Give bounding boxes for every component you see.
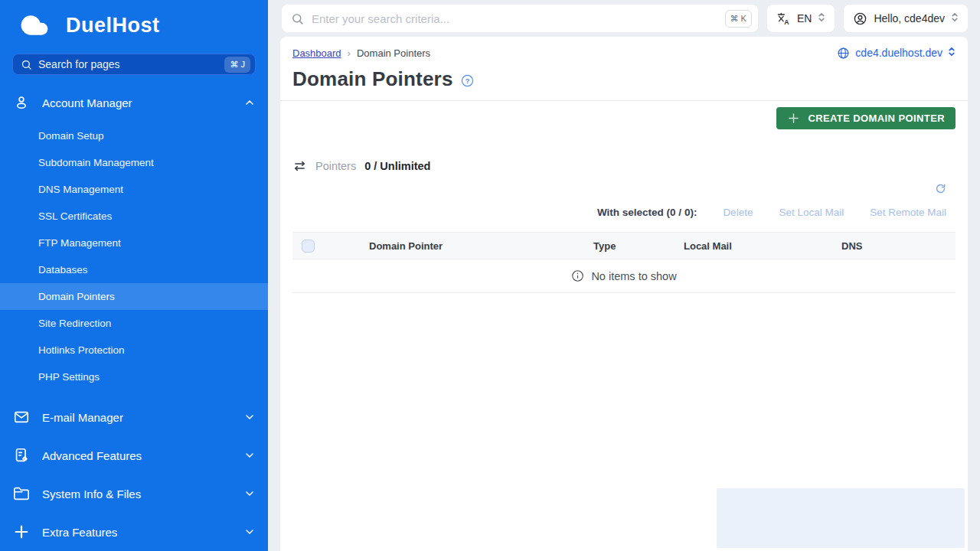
plus-icon	[12, 523, 31, 541]
sidebar-section-extra-features[interactable]: Extra Features	[0, 513, 268, 551]
chevron-up-icon	[243, 96, 256, 109]
sidebar-item-site-redirection[interactable]: Site Redirection	[0, 310, 268, 337]
search-icon	[21, 59, 32, 70]
main-area: ⌘ K A EN Hello, cde4dev Dashboard › Doma…	[268, 0, 980, 551]
global-search-shortcut: ⌘ K	[725, 10, 752, 28]
user-greeting: Hello, cde4dev	[874, 12, 945, 24]
usage-row: Pointers 0 / Unlimited	[292, 160, 956, 172]
sidebar-nav: Account Manager Domain Setup Subdomain M…	[0, 89, 268, 551]
usage-value: 0 / Unlimited	[364, 160, 430, 172]
sidebar-item-dns-management[interactable]: DNS Management	[0, 176, 268, 203]
sidebar-item-php-settings[interactable]: PHP Settings	[0, 364, 268, 390]
svg-text:?: ?	[465, 77, 469, 85]
language-selector[interactable]: A EN	[767, 5, 835, 32]
breadcrumb-dashboard-link[interactable]: Dashboard	[292, 47, 341, 59]
usage-label: Pointers	[315, 160, 356, 172]
col-type: Type	[593, 240, 684, 252]
breadcrumb-current: Domain Pointers	[357, 47, 430, 59]
chevron-down-icon	[243, 487, 256, 500]
sidebar-item-domain-pointers[interactable]: Domain Pointers	[0, 283, 268, 310]
sidebar-item-ssl-certificates[interactable]: SSL Certificates	[0, 203, 268, 230]
info-icon	[571, 269, 584, 282]
col-local-mail: Local Mail	[684, 240, 841, 252]
domain-selector[interactable]: cde4.duelhost.dev	[837, 46, 956, 60]
user-circle-icon	[853, 11, 867, 26]
sidebar-section-advanced-features[interactable]: Advanced Features	[0, 436, 268, 474]
mail-icon	[12, 408, 31, 426]
svg-text:A: A	[784, 18, 789, 25]
title-divider	[280, 100, 968, 101]
document-gear-icon	[12, 446, 31, 465]
cloud-logo-icon	[12, 11, 57, 40]
sidebar-section-email-manager[interactable]: E-mail Manager	[0, 398, 268, 436]
breadcrumb: Dashboard › Domain Pointers	[292, 47, 430, 59]
pointers-table: Domain Pointer Type Local Mail DNS No it…	[292, 232, 956, 293]
plus-icon	[787, 112, 800, 125]
sidebar-section-account-manager[interactable]: Account Manager	[0, 89, 268, 116]
empty-state-message: No items to show	[591, 270, 676, 282]
help-icon[interactable]: ?	[461, 74, 474, 87]
caret-updown-icon	[948, 46, 956, 60]
folder-icon	[12, 484, 31, 503]
delete-action[interactable]: Delete	[723, 207, 753, 218]
title-row: Domain Pointers ?	[292, 67, 956, 91]
empty-state-row: No items to show	[292, 259, 956, 293]
translate-icon: A	[776, 11, 791, 26]
breadcrumb-row: Dashboard › Domain Pointers cde4.duelhos…	[292, 46, 956, 60]
sidebar-search[interactable]: ⌘ J	[12, 54, 256, 75]
sidebar-section-label: Account Manager	[42, 96, 232, 109]
user-menu[interactable]: Hello, cde4dev	[844, 5, 968, 32]
sidebar-item-hotlinks-protection[interactable]: Hotlinks Protection	[0, 337, 268, 364]
sidebar-search-input[interactable]	[38, 58, 218, 70]
set-remote-mail-action[interactable]: Set Remote Mail	[870, 207, 946, 218]
sidebar-section-label: Extra Features	[42, 526, 232, 539]
sidebar-item-domain-setup[interactable]: Domain Setup	[0, 122, 268, 149]
sidebar-item-ftp-management[interactable]: FTP Management	[0, 230, 268, 256]
col-dns: DNS	[841, 240, 956, 252]
with-selected-label: With selected (0 / 0):	[597, 207, 697, 218]
select-all-checkbox[interactable]	[302, 240, 315, 253]
sidebar-item-databases[interactable]: Databases	[0, 256, 268, 283]
global-search-input[interactable]	[312, 12, 717, 25]
caret-updown-icon	[818, 11, 825, 25]
create-domain-pointer-button[interactable]: CREATE DOMAIN POINTER	[776, 107, 956, 129]
create-button-label: CREATE DOMAIN POINTER	[808, 112, 945, 124]
refresh-icon[interactable]	[935, 183, 946, 194]
set-local-mail-action[interactable]: Set Local Mail	[779, 207, 844, 218]
content-card: Dashboard › Domain Pointers cde4.duelhos…	[280, 37, 968, 551]
select-all-cell	[292, 240, 369, 253]
swap-arrows-icon	[292, 160, 307, 172]
sidebar: DuelHost ⌘ J Account Manager Domain Setu…	[0, 0, 268, 551]
chevron-down-icon	[243, 411, 256, 423]
breadcrumb-separator: ›	[348, 47, 351, 59]
account-manager-items: Domain Setup Subdomain Management DNS Ma…	[0, 122, 268, 390]
col-domain-pointer: Domain Pointer	[369, 240, 593, 252]
watermark-panel	[717, 488, 965, 548]
page-title: Domain Pointers	[292, 67, 453, 91]
user-icon	[12, 93, 31, 112]
bulk-actions-row: With selected (0 / 0): Delete Set Local …	[292, 207, 956, 218]
domain-selector-value: cde4.duelhost.dev	[855, 47, 942, 59]
logo-text: DuelHost	[66, 14, 160, 37]
sidebar-search-shortcut: ⌘ J	[224, 57, 250, 73]
global-search[interactable]: ⌘ K	[282, 5, 758, 32]
search-icon	[291, 12, 304, 25]
table-header-row: Domain Pointer Type Local Mail DNS	[292, 232, 956, 259]
sidebar-item-subdomain-management[interactable]: Subdomain Management	[0, 149, 268, 176]
sidebar-section-label: System Info & Files	[42, 487, 232, 500]
chevron-down-icon	[243, 526, 256, 538]
logo[interactable]: DuelHost	[0, 0, 268, 43]
chevron-down-icon	[243, 449, 256, 461]
sidebar-section-system-info-files[interactable]: System Info & Files	[0, 474, 268, 513]
caret-updown-icon	[951, 11, 959, 25]
create-button-row: CREATE DOMAIN POINTER	[292, 107, 956, 129]
sidebar-section-label: Advanced Features	[42, 449, 232, 462]
globe-icon	[837, 47, 850, 60]
topbar: ⌘ K A EN Hello, cde4dev	[268, 0, 980, 37]
sidebar-section-label: E-mail Manager	[42, 411, 232, 424]
refresh-row	[292, 183, 956, 194]
language-label: EN	[797, 12, 812, 24]
